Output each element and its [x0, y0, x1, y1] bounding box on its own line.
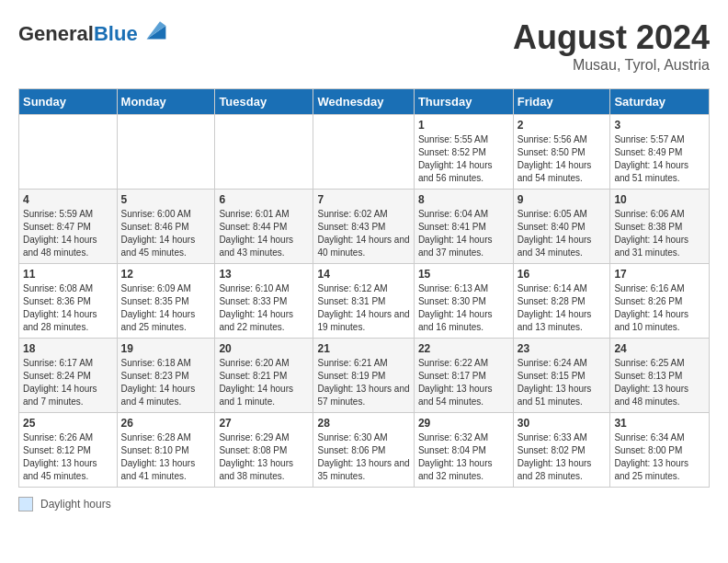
- day-info: Sunrise: 5:59 AM Sunset: 8:47 PM Dayligh…: [23, 208, 113, 259]
- calendar-cell: 16Sunrise: 6:14 AM Sunset: 8:28 PM Dayli…: [513, 264, 610, 339]
- calendar-cell: 18Sunrise: 6:17 AM Sunset: 8:24 PM Dayli…: [19, 339, 118, 413]
- day-info: Sunrise: 6:21 AM Sunset: 8:19 PM Dayligh…: [317, 357, 409, 408]
- day-info: Sunrise: 5:57 AM Sunset: 8:49 PM Dayligh…: [614, 133, 705, 185]
- calendar-cell: 21Sunrise: 6:21 AM Sunset: 8:19 PM Dayli…: [313, 339, 414, 413]
- calendar-cell: 13Sunrise: 6:10 AM Sunset: 8:33 PM Dayli…: [215, 264, 313, 339]
- day-number: 23: [518, 342, 607, 355]
- day-number: 6: [219, 193, 309, 206]
- day-number: 30: [518, 417, 607, 430]
- day-info: Sunrise: 6:20 AM Sunset: 8:21 PM Dayligh…: [219, 357, 309, 408]
- calendar-week-row: 4Sunrise: 5:59 AM Sunset: 8:47 PM Daylig…: [19, 190, 710, 264]
- day-info: Sunrise: 5:56 AM Sunset: 8:50 PM Dayligh…: [518, 133, 607, 185]
- calendar-cell: 9Sunrise: 6:05 AM Sunset: 8:40 PM Daylig…: [513, 190, 610, 264]
- day-number: 12: [121, 268, 211, 281]
- calendar-cell: 17Sunrise: 6:16 AM Sunset: 8:26 PM Dayli…: [610, 264, 710, 339]
- day-number: 25: [23, 417, 113, 430]
- day-number: 20: [219, 342, 309, 355]
- day-number: 13: [219, 268, 309, 281]
- day-number: 2: [518, 119, 607, 132]
- day-info: Sunrise: 6:34 AM Sunset: 8:00 PM Dayligh…: [614, 431, 705, 483]
- calendar-cell: 10Sunrise: 6:06 AM Sunset: 8:38 PM Dayli…: [610, 190, 710, 264]
- day-number: 7: [317, 193, 409, 206]
- day-info: Sunrise: 6:25 AM Sunset: 8:13 PM Dayligh…: [614, 357, 705, 408]
- calendar-cell: 23Sunrise: 6:24 AM Sunset: 8:15 PM Dayli…: [513, 339, 610, 413]
- day-number: 11: [23, 268, 113, 281]
- day-info: Sunrise: 6:22 AM Sunset: 8:17 PM Dayligh…: [418, 357, 509, 408]
- calendar-cell: 19Sunrise: 6:18 AM Sunset: 8:23 PM Dayli…: [117, 339, 215, 413]
- logo-blue-text: Blue: [94, 22, 138, 45]
- day-number: 16: [518, 268, 607, 281]
- day-info: Sunrise: 6:33 AM Sunset: 8:02 PM Dayligh…: [518, 431, 607, 483]
- calendar-cell: 14Sunrise: 6:12 AM Sunset: 8:31 PM Dayli…: [313, 264, 414, 339]
- day-number: 28: [317, 417, 409, 430]
- calendar-cell: [215, 115, 313, 190]
- title-block: August 2024 Musau, Tyrol, Austria: [513, 18, 710, 74]
- calendar-week-row: 1Sunrise: 5:55 AM Sunset: 8:52 PM Daylig…: [19, 115, 710, 190]
- day-info: Sunrise: 6:04 AM Sunset: 8:41 PM Dayligh…: [418, 208, 509, 259]
- month-year-title: August 2024: [513, 18, 710, 57]
- day-info: Sunrise: 6:06 AM Sunset: 8:38 PM Dayligh…: [614, 208, 705, 259]
- day-info: Sunrise: 6:12 AM Sunset: 8:31 PM Dayligh…: [317, 282, 409, 334]
- day-number: 29: [418, 417, 509, 430]
- day-number: 24: [614, 342, 705, 355]
- day-number: 17: [614, 268, 705, 281]
- calendar-dow-thursday: Thursday: [414, 89, 513, 115]
- calendar-cell: 8Sunrise: 6:04 AM Sunset: 8:41 PM Daylig…: [414, 190, 513, 264]
- logo-general-text: General: [18, 22, 94, 45]
- location-subtitle: Musau, Tyrol, Austria: [513, 57, 710, 74]
- day-number: 10: [614, 193, 705, 206]
- day-number: 27: [219, 417, 309, 430]
- calendar-dow-sunday: Sunday: [19, 89, 118, 115]
- day-number: 26: [121, 417, 211, 430]
- day-info: Sunrise: 6:30 AM Sunset: 8:06 PM Dayligh…: [317, 431, 409, 483]
- calendar-cell: 12Sunrise: 6:09 AM Sunset: 8:35 PM Dayli…: [117, 264, 215, 339]
- daylight-box-icon: [18, 497, 33, 511]
- day-info: Sunrise: 6:32 AM Sunset: 8:04 PM Dayligh…: [418, 431, 509, 483]
- calendar-cell: [313, 115, 414, 190]
- calendar-dow-monday: Monday: [117, 89, 215, 115]
- calendar-cell: 22Sunrise: 6:22 AM Sunset: 8:17 PM Dayli…: [414, 339, 513, 413]
- calendar-cell: 28Sunrise: 6:30 AM Sunset: 8:06 PM Dayli…: [313, 413, 414, 488]
- calendar-cell: 2Sunrise: 5:56 AM Sunset: 8:50 PM Daylig…: [513, 115, 610, 190]
- calendar-dow-wednesday: Wednesday: [313, 89, 414, 115]
- calendar-cell: 27Sunrise: 6:29 AM Sunset: 8:08 PM Dayli…: [215, 413, 313, 488]
- day-info: Sunrise: 6:05 AM Sunset: 8:40 PM Dayligh…: [518, 208, 607, 259]
- day-number: 15: [418, 268, 509, 281]
- calendar-cell: 3Sunrise: 5:57 AM Sunset: 8:49 PM Daylig…: [610, 115, 710, 190]
- day-info: Sunrise: 6:02 AM Sunset: 8:43 PM Dayligh…: [317, 208, 409, 259]
- day-info: Sunrise: 6:28 AM Sunset: 8:10 PM Dayligh…: [121, 431, 211, 483]
- calendar-cell: 5Sunrise: 6:00 AM Sunset: 8:46 PM Daylig…: [117, 190, 215, 264]
- calendar-cell: [117, 115, 215, 190]
- calendar-header-row: SundayMondayTuesdayWednesdayThursdayFrid…: [19, 89, 710, 115]
- calendar-cell: 20Sunrise: 6:20 AM Sunset: 8:21 PM Dayli…: [215, 339, 313, 413]
- day-info: Sunrise: 6:09 AM Sunset: 8:35 PM Dayligh…: [121, 282, 211, 334]
- daylight-label: Daylight hours: [40, 498, 111, 511]
- day-info: Sunrise: 6:13 AM Sunset: 8:30 PM Dayligh…: [418, 282, 509, 334]
- calendar-week-row: 25Sunrise: 6:26 AM Sunset: 8:12 PM Dayli…: [19, 413, 710, 488]
- calendar-dow-friday: Friday: [513, 89, 610, 115]
- day-number: 18: [23, 342, 113, 355]
- calendar-cell: 25Sunrise: 6:26 AM Sunset: 8:12 PM Dayli…: [19, 413, 118, 488]
- day-info: Sunrise: 6:24 AM Sunset: 8:15 PM Dayligh…: [518, 357, 607, 408]
- day-number: 1: [418, 119, 509, 132]
- day-info: Sunrise: 6:18 AM Sunset: 8:23 PM Dayligh…: [121, 357, 211, 408]
- calendar-week-row: 18Sunrise: 6:17 AM Sunset: 8:24 PM Dayli…: [19, 339, 710, 413]
- day-info: Sunrise: 6:14 AM Sunset: 8:28 PM Dayligh…: [518, 282, 607, 334]
- day-info: Sunrise: 6:01 AM Sunset: 8:44 PM Dayligh…: [219, 208, 309, 259]
- day-info: Sunrise: 6:29 AM Sunset: 8:08 PM Dayligh…: [219, 431, 309, 483]
- day-number: 22: [418, 342, 509, 355]
- day-number: 3: [614, 119, 705, 132]
- calendar-cell: 15Sunrise: 6:13 AM Sunset: 8:30 PM Dayli…: [414, 264, 513, 339]
- day-info: Sunrise: 6:10 AM Sunset: 8:33 PM Dayligh…: [219, 282, 309, 334]
- day-number: 8: [418, 193, 509, 206]
- calendar-cell: 24Sunrise: 6:25 AM Sunset: 8:13 PM Dayli…: [610, 339, 710, 413]
- day-number: 19: [121, 342, 211, 355]
- day-number: 4: [23, 193, 113, 206]
- calendar-cell: 30Sunrise: 6:33 AM Sunset: 8:02 PM Dayli…: [513, 413, 610, 488]
- day-info: Sunrise: 6:16 AM Sunset: 8:26 PM Dayligh…: [614, 282, 705, 334]
- calendar-cell: 26Sunrise: 6:28 AM Sunset: 8:10 PM Dayli…: [117, 413, 215, 488]
- calendar-cell: 29Sunrise: 6:32 AM Sunset: 8:04 PM Dayli…: [414, 413, 513, 488]
- day-number: 5: [121, 193, 211, 206]
- calendar-dow-tuesday: Tuesday: [215, 89, 313, 115]
- calendar-cell: 31Sunrise: 6:34 AM Sunset: 8:00 PM Dayli…: [610, 413, 710, 488]
